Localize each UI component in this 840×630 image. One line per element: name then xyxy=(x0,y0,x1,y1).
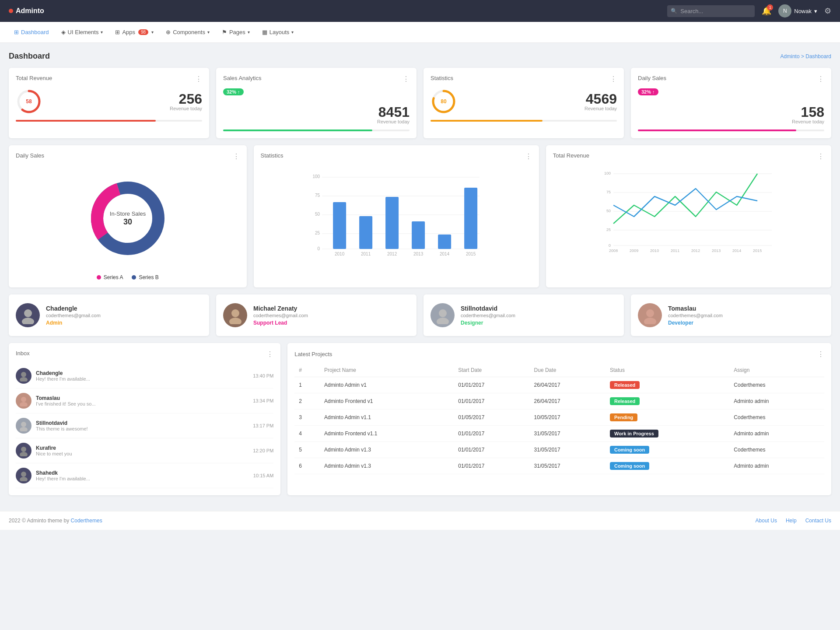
status-badge: Released xyxy=(610,381,640,389)
inbox-item-chadengle[interactable]: Chadengle Hey! there I'm available... 13… xyxy=(16,364,273,388)
statistics-card: Statistics ⋮ 80 4569 Revenue today xyxy=(424,68,624,138)
nav-label-ui: UI Elements xyxy=(68,29,99,35)
svg-point-66 xyxy=(20,477,28,481)
card-body-stats: 80 4569 Revenue today xyxy=(430,88,617,115)
bottom-row: Inbox ⋮ Chadengle Hey! there I'm availab… xyxy=(9,343,831,495)
user-email-chadengle: coderthemes@gmail.com xyxy=(46,313,101,318)
cell-id: 6 xyxy=(294,458,320,474)
svg-text:0: 0 xyxy=(609,243,611,248)
bar-card-title: Statistics xyxy=(261,152,284,159)
daily-number-group: 158 Revenue today xyxy=(792,105,824,124)
col-start-date: Start Date xyxy=(454,364,529,377)
inbox-item-tomaslau[interactable]: Tomaslau I've finished it! See you so...… xyxy=(16,388,273,413)
stats-circle-value: 80 xyxy=(441,98,446,105)
inbox-title: Inbox xyxy=(16,350,30,357)
user-name-tomaslau: Tomaslau xyxy=(668,305,723,312)
summary-cards-row: Total Revenue ⋮ 58 256 Revenue today xyxy=(9,68,831,138)
inbox-item-stillnotdavid[interactable]: Stillnotdavid This theme is awesome! 13:… xyxy=(16,413,273,438)
cell-id: 5 xyxy=(294,442,320,458)
nav-item-pages[interactable]: ⚑ Pages ▾ xyxy=(217,25,255,39)
svg-rect-19 xyxy=(333,202,346,249)
inbox-name-stillnotdavid2: Stillnotdavid xyxy=(36,420,248,426)
nav-item-dashboard[interactable]: ⊞ Dashboard xyxy=(9,25,54,39)
settings-icon[interactable]: ⚙ xyxy=(824,6,831,16)
nav-label-components: Components xyxy=(173,29,205,35)
svg-point-58 xyxy=(20,377,28,382)
cell-start-date: 01/01/2017 xyxy=(454,426,529,442)
sales-number: 8451 xyxy=(377,105,410,119)
cell-project-name: Adminto Frontend v1.1 xyxy=(320,426,454,442)
projects-more-btn[interactable]: ⋮ xyxy=(817,350,824,358)
inbox-time-stillnotdavid: 13:17 PM xyxy=(253,423,273,428)
card-more-sales[interactable]: ⋮ xyxy=(402,75,410,83)
cell-due-date: 31/05/2017 xyxy=(530,458,606,474)
card-more-revenue[interactable]: ⋮ xyxy=(195,75,202,83)
svg-rect-22 xyxy=(412,221,425,249)
donut-card-title: Daily Sales xyxy=(16,152,44,159)
revenue-circle-chart: 58 xyxy=(16,88,42,115)
inbox-more-btn[interactable]: ⋮ xyxy=(266,350,273,358)
user-menu-button[interactable]: N Nowak ▾ xyxy=(778,4,817,18)
svg-rect-23 xyxy=(438,234,451,249)
stats-number-group: 4569 Revenue today xyxy=(584,92,617,111)
svg-point-57 xyxy=(21,372,26,377)
inbox-item-shahedk[interactable]: Shahedk Hey! there I'm available... 10:1… xyxy=(16,463,273,488)
user-name-stillnotdavid: Stillnotdavid xyxy=(461,305,515,312)
revenue-number: 256 xyxy=(170,92,202,106)
cell-start-date: 01/05/2017 xyxy=(454,410,529,426)
user-name: Nowak xyxy=(794,8,812,14)
stats-circle-chart: 80 xyxy=(430,88,457,115)
cell-status: Work in Progress xyxy=(606,426,729,442)
legend-label-b: Series B xyxy=(139,274,158,280)
footer-coderthemes-link[interactable]: Coderthemes xyxy=(71,518,102,524)
status-badge: Pending xyxy=(610,413,637,421)
footer-contact-link[interactable]: Contact Us xyxy=(805,518,831,524)
user-avatar-tomaslau xyxy=(638,303,662,327)
card-more-daily[interactable]: ⋮ xyxy=(817,75,824,83)
nav-item-apps[interactable]: ⊞ Apps 98 ▾ xyxy=(110,25,159,39)
search-input[interactable] xyxy=(667,5,755,17)
inbox-avatar-stillnotdavid2 xyxy=(16,418,32,434)
footer-help-link[interactable]: Help xyxy=(786,518,797,524)
inbox-list: Chadengle Hey! there I'm available... 13… xyxy=(16,364,273,488)
line-more-btn[interactable]: ⋮ xyxy=(817,152,824,161)
nav-item-components[interactable]: ⊕ Components ▾ xyxy=(161,25,215,39)
svg-text:25: 25 xyxy=(315,231,320,235)
card-title-revenue: Total Revenue xyxy=(16,75,52,81)
page-header: Dashboard Adminto > Dashboard xyxy=(9,52,831,61)
footer-about-link[interactable]: About Us xyxy=(756,518,777,524)
cell-id: 3 xyxy=(294,410,320,426)
cell-start-date: 01/01/2017 xyxy=(454,442,529,458)
nav-item-layouts[interactable]: ▦ Layouts ▾ xyxy=(257,25,299,39)
cell-status: Coming soon xyxy=(606,442,729,458)
notification-badge: 1 xyxy=(767,4,773,10)
components-icon: ⊕ xyxy=(166,29,171,35)
svg-text:2009: 2009 xyxy=(630,248,638,253)
cell-start-date: 01/01/2017 xyxy=(454,393,529,410)
breadcrumb-current: Dashboard xyxy=(805,53,831,60)
table-row: 2 Adminto Frontend v1 01/01/2017 26/04/2… xyxy=(294,393,824,410)
svg-text:100: 100 xyxy=(604,171,611,175)
card-header-revenue: Total Revenue ⋮ xyxy=(16,75,202,83)
inbox-item-kurafire[interactable]: Kurafire Nice to meet you 12:20 PM xyxy=(16,438,273,463)
svg-point-65 xyxy=(21,472,26,477)
svg-point-50 xyxy=(22,318,34,324)
svg-text:2010: 2010 xyxy=(335,252,345,256)
projects-table-header: Latest Projects ⋮ xyxy=(294,350,824,358)
nav-item-ui-elements[interactable]: ◈ UI Elements ▾ xyxy=(56,25,108,39)
brand-logo[interactable]: Adminto xyxy=(9,7,44,15)
line-card-title: Total Revenue xyxy=(553,152,589,159)
sales-number-wrap: 8451 Revenue today xyxy=(223,105,410,124)
svg-text:2013: 2013 xyxy=(712,248,721,253)
status-badge: Coming soon xyxy=(610,446,649,454)
inbox-avatar-tomaslau xyxy=(16,393,32,409)
bar-more-btn[interactable]: ⋮ xyxy=(525,152,532,161)
donut-more-btn[interactable]: ⋮ xyxy=(233,152,240,161)
page-title: Dashboard xyxy=(9,52,50,61)
card-more-stats[interactable]: ⋮ xyxy=(610,75,617,83)
svg-point-63 xyxy=(21,447,26,452)
notifications-button[interactable]: 🔔 1 xyxy=(762,6,771,16)
nav-label-pages: Pages xyxy=(229,29,245,35)
card-title-sales: Sales Analytics xyxy=(223,75,261,81)
svg-point-64 xyxy=(20,452,28,456)
